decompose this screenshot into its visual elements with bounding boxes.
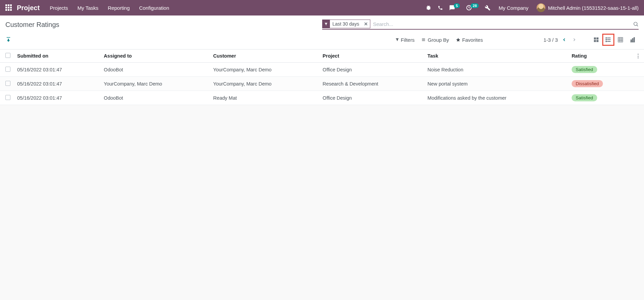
row-checkbox[interactable] (5, 67, 10, 72)
row-checkbox[interactable] (5, 81, 10, 86)
row-checkbox[interactable] (5, 95, 10, 100)
search-bar: Last 30 days ✕ (322, 20, 639, 30)
cell-rating: Dissatisfied (568, 77, 632, 91)
svg-point-12 (606, 38, 607, 38)
nav-my-tasks[interactable]: My Tasks (77, 5, 98, 11)
user-name: Mitchell Admin (15531522-saas-15-1-all) (548, 5, 639, 11)
cell-task: Modifications asked by the customer (424, 91, 568, 105)
col-task[interactable]: Task (424, 49, 568, 63)
svg-rect-23 (634, 37, 635, 42)
cell-task: Noise Reduction (424, 63, 568, 77)
nav-configuration[interactable]: Configuration (139, 5, 169, 11)
search-icon[interactable] (633, 21, 639, 27)
cell-project: Office Design (319, 63, 424, 77)
cell-submitted: 05/16/2022 03:01:47 (14, 77, 100, 91)
groupby-button[interactable]: Group By (421, 37, 449, 43)
svg-point-1 (634, 22, 637, 25)
cell-assigned: OdooBot (100, 63, 210, 77)
pivot-view-icon[interactable] (614, 34, 626, 46)
cell-customer: YourCompany, Marc Demo (210, 77, 319, 91)
activities-icon[interactable]: 28 (466, 5, 479, 11)
top-navbar: Project Projects My Tasks Reporting Conf… (0, 0, 644, 15)
filters-button[interactable]: Filters (395, 37, 415, 43)
cell-rating: Satisfied (568, 91, 632, 105)
page-title: Customer Ratings (5, 21, 59, 29)
cell-task: New portal system (424, 77, 568, 91)
select-all-checkbox[interactable] (5, 53, 10, 58)
col-project[interactable]: Project (319, 49, 424, 63)
user-menu[interactable]: Mitchell Admin (15531522-saas-15-1-all) (537, 3, 639, 12)
messages-badge: 5 (454, 3, 460, 8)
company-selector[interactable]: My Company (499, 5, 528, 11)
filter-icon (323, 20, 330, 28)
pager: 1-3 / 3 (543, 36, 577, 43)
list-view-icon[interactable] (602, 34, 614, 46)
cell-customer: Ready Mat (210, 91, 319, 105)
svg-point-14 (606, 41, 607, 42)
cell-submitted: 05/16/2022 03:01:47 (14, 63, 100, 77)
search-facet: Last 30 days ✕ (322, 20, 370, 28)
table-header-row: Submitted on Assigned to Customer Projec… (0, 49, 644, 63)
column-options-icon[interactable]: ⋮ (632, 49, 644, 63)
svg-rect-22 (632, 38, 633, 42)
col-submitted[interactable]: Submitted on (14, 49, 100, 63)
svg-rect-7 (594, 40, 596, 42)
navbar-right: 5 28 My Company Mitchell Admin (15531522… (426, 3, 639, 12)
favorites-button[interactable]: Favorites (456, 37, 483, 43)
graph-view-icon[interactable] (626, 34, 639, 46)
svg-rect-21 (631, 40, 632, 42)
cell-submitted: 05/16/2022 03:01:47 (14, 91, 100, 105)
cell-assigned: YourCompany, Marc Demo (100, 77, 210, 91)
col-rating[interactable]: Rating (568, 49, 632, 63)
cell-assigned: OdooBot (100, 91, 210, 105)
cell-project: Research & Development (319, 77, 424, 91)
app-brand[interactable]: Project (17, 4, 40, 12)
svg-rect-8 (597, 40, 599, 42)
svg-point-13 (606, 39, 607, 40)
pager-text: 1-3 / 3 (543, 37, 558, 43)
rating-badge: Satisfied (572, 94, 597, 101)
rating-badge: Satisfied (572, 66, 597, 73)
cell-project: Office Design (319, 91, 424, 105)
facet-remove-icon[interactable]: ✕ (362, 21, 370, 27)
export-button[interactable] (5, 37, 11, 43)
messages-icon[interactable]: 5 (449, 5, 460, 11)
nav-projects[interactable]: Projects (50, 5, 68, 11)
filters-label: Filters (401, 37, 415, 43)
svg-rect-6 (597, 37, 599, 39)
pager-next-icon[interactable] (571, 36, 577, 43)
kanban-view-icon[interactable] (590, 34, 602, 46)
nav-reporting[interactable]: Reporting (108, 5, 130, 11)
cell-customer: YourCompany, Marc Demo (210, 63, 319, 77)
bug-icon[interactable] (426, 5, 432, 11)
control-panel: Customer Ratings Last 30 days ✕ Filters (0, 15, 644, 49)
view-switcher (590, 34, 639, 46)
svg-rect-15 (618, 37, 623, 42)
pager-prev-icon[interactable] (561, 36, 568, 43)
phone-icon[interactable] (438, 5, 443, 10)
tools-icon[interactable] (485, 5, 490, 11)
facet-label: Last 30 days (330, 21, 362, 27)
favorites-label: Favorites (462, 37, 483, 43)
col-assigned[interactable]: Assigned to (100, 49, 210, 63)
ratings-table: Submitted on Assigned to Customer Projec… (0, 49, 644, 105)
activities-badge: 28 (471, 3, 479, 8)
avatar-icon (537, 3, 545, 12)
table-row[interactable]: 05/16/2022 03:01:47OdooBotYourCompany, M… (0, 63, 644, 77)
search-input[interactable] (372, 20, 630, 28)
table-row[interactable]: 05/16/2022 03:01:47OdooBotReady MatOffic… (0, 91, 644, 105)
rating-badge: Dissatisfied (572, 80, 603, 87)
nav-links: Projects My Tasks Reporting Configuratio… (50, 5, 169, 11)
col-customer[interactable]: Customer (210, 49, 319, 63)
groupby-label: Group By (428, 37, 449, 43)
apps-menu-icon[interactable] (5, 4, 12, 11)
svg-rect-5 (594, 37, 596, 39)
table-row[interactable]: 05/16/2022 03:01:47YourCompany, Marc Dem… (0, 77, 644, 91)
cell-rating: Satisfied (568, 63, 632, 77)
